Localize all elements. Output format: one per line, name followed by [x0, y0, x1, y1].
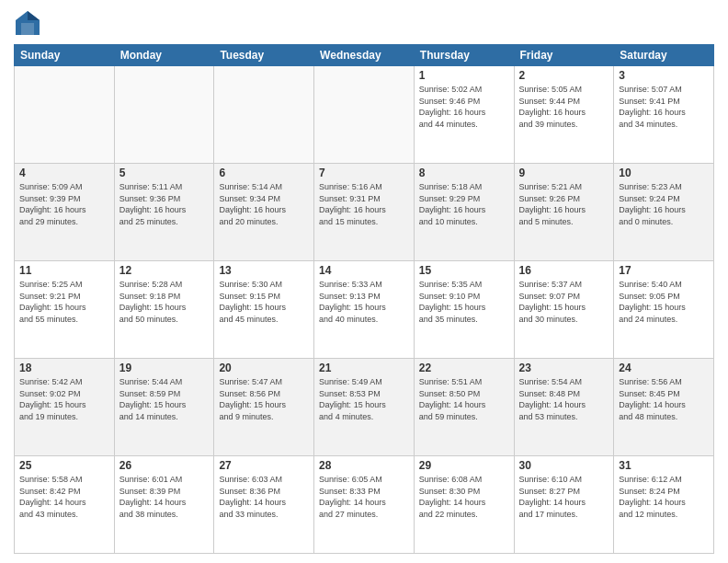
day-number: 31	[619, 459, 709, 472]
day-cell: 10Sunrise: 5:23 AM Sunset: 9:24 PM Dayli…	[614, 164, 714, 261]
week-row-1: 4Sunrise: 5:09 AM Sunset: 9:39 PM Daylig…	[15, 164, 714, 261]
day-info: Sunrise: 5:44 AM Sunset: 8:59 PM Dayligh…	[119, 376, 210, 422]
day-cell: 8Sunrise: 5:18 AM Sunset: 9:29 PM Daylig…	[414, 164, 514, 261]
day-cell: 20Sunrise: 5:47 AM Sunset: 8:56 PM Dayli…	[214, 359, 314, 456]
day-number: 1	[419, 69, 509, 82]
day-cell: 17Sunrise: 5:40 AM Sunset: 9:05 PM Dayli…	[614, 261, 714, 359]
day-number: 26	[119, 459, 210, 472]
day-cell: 24Sunrise: 5:56 AM Sunset: 8:45 PM Dayli…	[614, 359, 714, 456]
day-cell	[15, 66, 115, 164]
day-number: 6	[219, 167, 309, 179]
day-cell: 22Sunrise: 5:51 AM Sunset: 8:50 PM Dayli…	[414, 359, 514, 456]
day-cell: 12Sunrise: 5:28 AM Sunset: 9:18 PM Dayli…	[114, 261, 214, 359]
day-cell: 19Sunrise: 5:44 AM Sunset: 8:59 PM Dayli…	[114, 359, 214, 456]
calendar-table: SundayMondayTuesdayWednesdayThursdayFrid…	[14, 44, 714, 554]
day-info: Sunrise: 5:05 AM Sunset: 9:44 PM Dayligh…	[519, 84, 609, 130]
day-info: Sunrise: 6:10 AM Sunset: 8:27 PM Dayligh…	[519, 474, 609, 520]
day-number: 21	[319, 362, 409, 374]
day-info: Sunrise: 5:56 AM Sunset: 8:45 PM Dayligh…	[619, 376, 709, 422]
day-info: Sunrise: 5:40 AM Sunset: 9:05 PM Dayligh…	[619, 279, 709, 325]
day-info: Sunrise: 6:12 AM Sunset: 8:24 PM Dayligh…	[619, 474, 709, 520]
week-row-2: 11Sunrise: 5:25 AM Sunset: 9:21 PM Dayli…	[15, 261, 714, 359]
day-info: Sunrise: 5:30 AM Sunset: 9:15 PM Dayligh…	[219, 279, 309, 325]
day-number: 7	[319, 167, 409, 179]
day-number: 20	[219, 362, 309, 374]
day-info: Sunrise: 5:37 AM Sunset: 9:07 PM Dayligh…	[519, 279, 609, 325]
day-cell: 30Sunrise: 6:10 AM Sunset: 8:27 PM Dayli…	[514, 456, 614, 554]
day-number: 8	[419, 167, 509, 179]
header-day-sunday: Sunday	[15, 45, 115, 66]
day-info: Sunrise: 5:21 AM Sunset: 9:26 PM Dayligh…	[519, 181, 609, 227]
svg-rect-2	[21, 23, 34, 35]
day-cell: 27Sunrise: 6:03 AM Sunset: 8:36 PM Dayli…	[214, 456, 314, 554]
week-row-3: 18Sunrise: 5:42 AM Sunset: 9:02 PM Dayli…	[15, 359, 714, 456]
day-info: Sunrise: 5:33 AM Sunset: 9:13 PM Dayligh…	[319, 279, 409, 325]
day-number: 19	[119, 362, 210, 374]
day-info: Sunrise: 5:47 AM Sunset: 8:56 PM Dayligh…	[219, 376, 309, 422]
day-cell: 31Sunrise: 6:12 AM Sunset: 8:24 PM Dayli…	[614, 456, 714, 554]
day-cell: 11Sunrise: 5:25 AM Sunset: 9:21 PM Dayli…	[15, 261, 115, 359]
day-info: Sunrise: 5:51 AM Sunset: 8:50 PM Dayligh…	[419, 376, 509, 422]
day-number: 23	[519, 362, 609, 374]
day-info: Sunrise: 5:42 AM Sunset: 9:02 PM Dayligh…	[19, 376, 109, 422]
header-day-monday: Monday	[114, 45, 214, 66]
calendar-page: SundayMondayTuesdayWednesdayThursdayFrid…	[0, 0, 728, 563]
day-number: 15	[419, 264, 509, 277]
day-info: Sunrise: 6:01 AM Sunset: 8:39 PM Dayligh…	[119, 474, 210, 520]
day-cell: 15Sunrise: 5:35 AM Sunset: 9:10 PM Dayli…	[414, 261, 514, 359]
day-cell: 7Sunrise: 5:16 AM Sunset: 9:31 PM Daylig…	[314, 164, 415, 261]
day-cell	[214, 66, 314, 164]
day-number: 25	[19, 459, 109, 472]
day-info: Sunrise: 5:23 AM Sunset: 9:24 PM Dayligh…	[619, 181, 709, 227]
day-cell: 13Sunrise: 5:30 AM Sunset: 9:15 PM Dayli…	[214, 261, 314, 359]
day-cell: 9Sunrise: 5:21 AM Sunset: 9:26 PM Daylig…	[514, 164, 614, 261]
day-cell: 18Sunrise: 5:42 AM Sunset: 9:02 PM Dayli…	[15, 359, 115, 456]
day-info: Sunrise: 5:49 AM Sunset: 8:53 PM Dayligh…	[319, 376, 409, 422]
day-number: 14	[319, 264, 409, 277]
day-info: Sunrise: 5:11 AM Sunset: 9:36 PM Dayligh…	[119, 181, 210, 227]
header-day-thursday: Thursday	[414, 45, 514, 66]
day-number: 12	[119, 264, 210, 277]
day-number: 11	[19, 264, 109, 277]
day-info: Sunrise: 5:54 AM Sunset: 8:48 PM Dayligh…	[519, 376, 609, 422]
day-number: 5	[119, 167, 210, 179]
header-row: SundayMondayTuesdayWednesdayThursdayFrid…	[15, 45, 714, 66]
day-number: 13	[219, 264, 309, 277]
logo-icon	[14, 9, 41, 37]
header-day-wednesday: Wednesday	[314, 45, 415, 66]
day-cell	[314, 66, 415, 164]
day-info: Sunrise: 5:07 AM Sunset: 9:41 PM Dayligh…	[619, 84, 709, 130]
day-cell: 6Sunrise: 5:14 AM Sunset: 9:34 PM Daylig…	[214, 164, 314, 261]
day-number: 2	[519, 69, 609, 82]
day-number: 17	[619, 264, 709, 277]
day-number: 29	[419, 459, 509, 472]
day-number: 16	[519, 264, 609, 277]
day-info: Sunrise: 5:58 AM Sunset: 8:42 PM Dayligh…	[19, 474, 109, 520]
day-info: Sunrise: 5:18 AM Sunset: 9:29 PM Dayligh…	[419, 181, 509, 227]
logo	[14, 9, 45, 37]
day-info: Sunrise: 5:09 AM Sunset: 9:39 PM Dayligh…	[19, 181, 109, 227]
day-cell: 29Sunrise: 6:08 AM Sunset: 8:30 PM Dayli…	[414, 456, 514, 554]
day-cell: 5Sunrise: 5:11 AM Sunset: 9:36 PM Daylig…	[114, 164, 214, 261]
header-day-saturday: Saturday	[614, 45, 714, 66]
day-info: Sunrise: 5:02 AM Sunset: 9:46 PM Dayligh…	[419, 84, 509, 130]
day-info: Sunrise: 5:14 AM Sunset: 9:34 PM Dayligh…	[219, 181, 309, 227]
day-cell: 4Sunrise: 5:09 AM Sunset: 9:39 PM Daylig…	[15, 164, 115, 261]
day-info: Sunrise: 6:08 AM Sunset: 8:30 PM Dayligh…	[419, 474, 509, 520]
day-cell: 16Sunrise: 5:37 AM Sunset: 9:07 PM Dayli…	[514, 261, 614, 359]
day-cell: 14Sunrise: 5:33 AM Sunset: 9:13 PM Dayli…	[314, 261, 415, 359]
day-number: 3	[619, 69, 709, 82]
day-number: 10	[619, 167, 709, 179]
header-day-tuesday: Tuesday	[214, 45, 314, 66]
day-info: Sunrise: 5:35 AM Sunset: 9:10 PM Dayligh…	[419, 279, 509, 325]
day-cell	[114, 66, 214, 164]
svg-marker-1	[28, 11, 40, 20]
day-number: 18	[19, 362, 109, 374]
day-number: 28	[319, 459, 409, 472]
day-number: 22	[419, 362, 509, 374]
day-number: 9	[519, 167, 609, 179]
day-number: 24	[619, 362, 709, 374]
day-cell: 2Sunrise: 5:05 AM Sunset: 9:44 PM Daylig…	[514, 66, 614, 164]
day-info: Sunrise: 5:28 AM Sunset: 9:18 PM Dayligh…	[119, 279, 210, 325]
week-row-4: 25Sunrise: 5:58 AM Sunset: 8:42 PM Dayli…	[15, 456, 714, 554]
